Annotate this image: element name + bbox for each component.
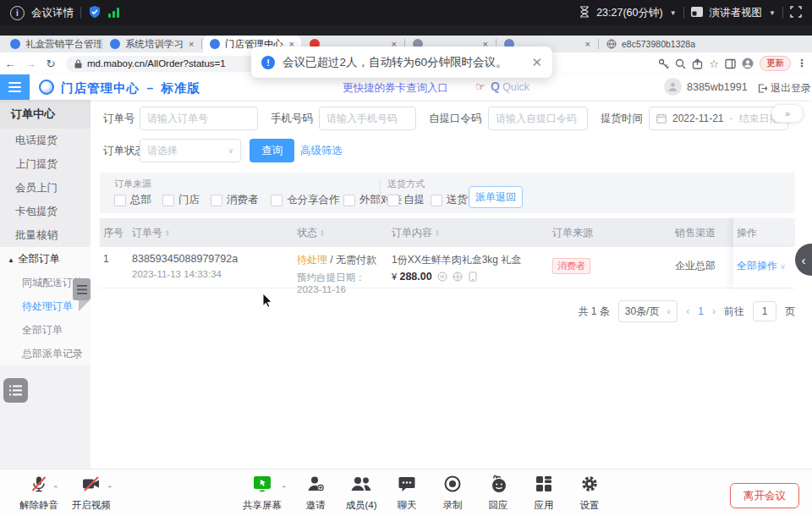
unmute-button[interactable]: 解除静音 bbox=[15, 475, 63, 512]
share-options-caret[interactable]: ⌃ bbox=[281, 485, 288, 493]
toast-close-icon[interactable]: ✕ bbox=[531, 55, 542, 70]
meeting-info-icon[interactable]: i bbox=[10, 6, 25, 20]
share-screen-button[interactable]: 共享屏幕 bbox=[239, 475, 286, 512]
floating-list-button[interactable] bbox=[3, 378, 28, 403]
checkbox-hq[interactable]: 总部 bbox=[114, 193, 151, 207]
members-button[interactable]: 成员(4) bbox=[337, 475, 385, 512]
checkbox-label: 总部 bbox=[130, 193, 151, 207]
next-page-icon[interactable]: › bbox=[712, 305, 716, 317]
sidebar-sub-hq-dispatch[interactable]: 总部派单记录 bbox=[0, 342, 91, 365]
sort-icon[interactable]: ▲▼ bbox=[320, 229, 325, 236]
record-button[interactable]: 录制 bbox=[429, 475, 476, 512]
promo-link[interactable]: 更快捷的券卡查询入口 bbox=[343, 81, 448, 96]
pickup-code-input[interactable] bbox=[488, 107, 588, 130]
sidebar-item-phone-pickup[interactable]: 电话提货 bbox=[0, 129, 91, 152]
camera-off-icon bbox=[81, 475, 102, 496]
browser-menu-icon[interactable]: ⋮ bbox=[797, 58, 807, 69]
password-key-icon[interactable] bbox=[658, 58, 669, 69]
col-order-no[interactable]: 订单号▲▼ bbox=[129, 226, 294, 240]
col-channel: 销售渠道 bbox=[672, 226, 733, 240]
col-status[interactable]: 状态▲▼ bbox=[294, 226, 388, 240]
user-avatar[interactable] bbox=[664, 78, 682, 96]
checkbox-delivery[interactable]: 送货 bbox=[431, 193, 468, 207]
apps-button[interactable]: 应用 bbox=[520, 475, 568, 512]
sidebar-item-batch-verify[interactable]: 批量核销 bbox=[0, 223, 91, 247]
share-icon[interactable] bbox=[692, 58, 703, 69]
forward-icon[interactable]: → bbox=[20, 58, 41, 70]
panel-collapse-tab[interactable]: ‹ bbox=[795, 244, 812, 276]
advanced-filter-link[interactable]: 高级筛选 bbox=[300, 144, 343, 158]
profile-icon[interactable] bbox=[742, 58, 754, 69]
checkbox-consumer[interactable]: 消费者 bbox=[211, 193, 259, 207]
view-mode-label[interactable]: 演讲者视图 bbox=[710, 6, 763, 20]
meeting-details-label[interactable]: 会议详情 bbox=[31, 6, 74, 20]
sidebar-group-all-orders[interactable]: ▲全部订单 bbox=[0, 247, 91, 271]
hourglass-icon bbox=[579, 6, 590, 20]
timer-caret-icon[interactable]: ▼ bbox=[670, 9, 677, 17]
leave-meeting-button[interactable]: 离开会议 bbox=[730, 483, 799, 508]
prev-page-icon[interactable]: ‹ bbox=[686, 305, 689, 317]
sidebar-sub-all-orders[interactable]: 全部订单 bbox=[0, 318, 91, 342]
sidebar-item-member-visit[interactable]: 会员上门 bbox=[0, 176, 91, 200]
sidebar-drag-handle[interactable] bbox=[73, 278, 91, 300]
settings-button[interactable]: 设置 bbox=[566, 475, 613, 512]
sort-icon[interactable]: ▲▼ bbox=[435, 229, 440, 236]
bookmark-star-icon[interactable]: ☆ bbox=[709, 58, 719, 70]
search-button[interactable]: 查询 bbox=[250, 139, 294, 162]
tab-close-icon[interactable]: × bbox=[585, 39, 590, 49]
back-icon[interactable]: ← bbox=[0, 58, 20, 70]
menu-hamburger-button[interactable] bbox=[0, 74, 30, 100]
date-range-picker[interactable]: 2022-11-21 - 结束日期 bbox=[649, 107, 788, 130]
collapse-filters-button[interactable]: » bbox=[771, 104, 804, 123]
table-row[interactable]: 1 83859345088979792a 2023-11-13 14:33:34… bbox=[100, 247, 795, 288]
chat-button[interactable]: 聊天 bbox=[383, 475, 431, 512]
url-text: md.maboy.cn/AllOrder?status=1 bbox=[87, 58, 226, 69]
screen: i 会议详情 23:27(60分钟) ▼ 演讲者视图 ▼ bbox=[0, 0, 812, 516]
quick-q-label[interactable]: Q bbox=[491, 80, 500, 93]
collapse-triangle-icon: ▲ bbox=[8, 256, 14, 264]
start-video-button[interactable]: 开启视频 bbox=[68, 475, 115, 512]
sidebar-item-door-pickup[interactable]: 上门提货 bbox=[0, 152, 91, 176]
chrome-update-chip[interactable]: 更新 bbox=[760, 56, 791, 71]
mobile-icon bbox=[469, 272, 477, 284]
order-status-select[interactable]: 请选择 ∨ bbox=[140, 139, 241, 162]
dispatch-return-button[interactable]: 派单退回 bbox=[469, 186, 523, 208]
col-content[interactable]: 订单内容▲▼ bbox=[388, 226, 549, 240]
sidebar-section-order-center[interactable]: 订单中心 bbox=[0, 100, 91, 129]
browser-tab-2[interactable]: 系统培训学习 × bbox=[103, 36, 200, 52]
checkbox-store[interactable]: 门店 bbox=[162, 193, 200, 207]
divider bbox=[80, 7, 81, 19]
phone-input[interactable] bbox=[319, 107, 416, 130]
pickup-code-label: 自提口令码 bbox=[429, 112, 482, 126]
zoom-icon[interactable] bbox=[675, 58, 686, 69]
video-options-caret[interactable]: ⌃ bbox=[107, 485, 113, 493]
invite-button[interactable]: 邀请 bbox=[292, 475, 339, 512]
browser-tab-1[interactable]: 礼盒营销平台管理中心 × bbox=[3, 36, 101, 52]
fullscreen-icon[interactable] bbox=[790, 6, 802, 20]
microphone-muted-icon bbox=[30, 475, 48, 496]
logout-button[interactable]: 退出登录 bbox=[758, 81, 811, 96]
tab-close-icon[interactable]: × bbox=[189, 39, 194, 49]
page-size-select[interactable]: 30条/页 ∨ bbox=[618, 300, 678, 322]
quick-label[interactable]: Quick bbox=[502, 81, 529, 93]
tab-title: 系统培训学习 bbox=[125, 38, 184, 51]
cell-action[interactable]: 全部操作 ∨ bbox=[733, 247, 795, 288]
checkbox-self-pickup[interactable]: 自提 bbox=[387, 193, 425, 207]
side-panel-icon[interactable] bbox=[725, 58, 736, 69]
current-page[interactable]: 1 bbox=[698, 305, 704, 317]
tab-favicon bbox=[110, 39, 120, 49]
col-label: 订单内容 bbox=[392, 226, 432, 240]
sidebar-item-card-pickup[interactable]: 卡包提货 bbox=[0, 200, 91, 223]
goto-page-input[interactable] bbox=[753, 301, 776, 321]
reactions-button[interactable]: 回应 bbox=[475, 475, 522, 512]
view-caret-icon[interactable]: ▼ bbox=[769, 9, 776, 17]
checkbox-warehouse-share[interactable]: 仓分享合作 bbox=[271, 193, 340, 207]
browser-tab-7[interactable]: e8c573980b1328a2586d2e618 × bbox=[600, 36, 695, 52]
security-shield-icon[interactable] bbox=[88, 5, 102, 21]
order-no-input[interactable] bbox=[140, 107, 258, 130]
mic-options-caret[interactable]: ⌃ bbox=[52, 485, 59, 493]
members-icon bbox=[350, 475, 372, 496]
reload-icon[interactable]: ↻ bbox=[41, 58, 61, 70]
col-index: 序号 bbox=[100, 226, 129, 240]
sort-icon[interactable]: ▲▼ bbox=[165, 229, 170, 236]
